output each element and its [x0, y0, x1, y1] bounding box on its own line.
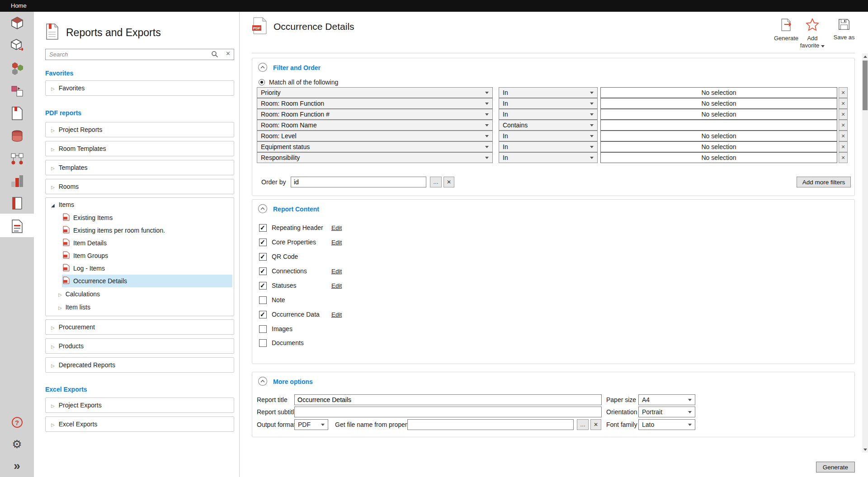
filter-value-text-input[interactable] [600, 120, 837, 131]
generate-button[interactable]: Generate [816, 462, 855, 472]
settings-gear-icon[interactable]: ⚙ [9, 436, 25, 452]
report-title-input[interactable] [294, 394, 602, 405]
remove-filter-button[interactable]: ✕ [839, 131, 848, 141]
filter-operator-dropdown[interactable]: In [499, 152, 598, 163]
scroll-down-icon[interactable] [862, 446, 868, 453]
group-calculations[interactable]: Calculations [46, 287, 234, 300]
report-item-existing-items-per-room-function[interactable]: Existing items per room function. [62, 224, 232, 237]
report-item-existing-items[interactable]: Existing Items [62, 211, 232, 224]
filter-value-field[interactable]: No selection [600, 141, 837, 152]
orientation-dropdown[interactable]: Portrait [638, 407, 695, 417]
connections-checkbox[interactable] [259, 267, 267, 275]
remove-filter-button[interactable]: ✕ [839, 87, 848, 98]
home-menu-item[interactable]: Home [11, 0, 27, 12]
search-input[interactable] [46, 49, 208, 60]
group-project-reports[interactable]: Project Reports [45, 122, 234, 137]
filter-field-dropdown[interactable]: Responsibility [257, 152, 493, 163]
group-products[interactable]: Products [45, 338, 234, 354]
filter-field-dropdown[interactable]: Priority [257, 87, 493, 98]
repeating-header-checkbox[interactable] [259, 224, 267, 232]
database-icon[interactable] [9, 129, 25, 144]
order-by-input[interactable] [291, 177, 426, 187]
expand-arrow-icon[interactable] [51, 361, 55, 369]
remove-filter-button[interactable]: ✕ [839, 141, 848, 152]
filter-field-dropdown[interactable]: Equipment status [257, 141, 493, 152]
filter-field-dropdown[interactable]: Room: Room Name [257, 120, 493, 131]
group-excel-exports[interactable]: Excel Exports [45, 416, 234, 432]
collapse-arrow-icon[interactable] [51, 201, 55, 209]
clear-file-name-button[interactable]: ✕ [590, 419, 601, 430]
expand-arrow-icon[interactable] [51, 420, 55, 428]
filter-field-dropdown[interactable]: Room: Room Function [257, 98, 493, 109]
order-by-picker-button[interactable]: … [430, 177, 442, 187]
scroll-up-icon[interactable] [862, 53, 868, 60]
filter-field-dropdown[interactable]: Room: Room Function # [257, 109, 493, 120]
report-subtitle-input[interactable] [294, 407, 602, 417]
remove-filter-button[interactable]: ✕ [839, 120, 848, 131]
scrollbar[interactable] [862, 53, 868, 453]
catalog-book-icon[interactable] [9, 196, 25, 211]
output-format-dropdown[interactable]: PDF [294, 419, 328, 430]
generate-tool[interactable]: Generate [773, 18, 800, 42]
collapse-section-icon[interactable] [258, 376, 268, 388]
filter-value-field[interactable]: No selection [600, 152, 837, 163]
expand-arrow-icon[interactable] [51, 182, 55, 191]
remove-filter-button[interactable]: ✕ [839, 152, 848, 163]
clear-search-icon[interactable]: ✕ [226, 50, 231, 57]
group-items-header[interactable]: Items [46, 198, 234, 211]
group-rooms[interactable]: Rooms [45, 179, 234, 194]
expand-arrow-icon[interactable] [51, 401, 55, 409]
font-family-dropdown[interactable]: Lato [638, 419, 695, 430]
file-name-picker-button[interactable]: … [577, 419, 589, 430]
filter-value-field[interactable]: No selection [600, 131, 837, 141]
remove-filter-button[interactable]: ✕ [839, 98, 848, 109]
filter-value-field[interactable]: No selection [600, 87, 837, 98]
clear-order-by-button[interactable]: ✕ [443, 177, 454, 187]
qr-code-checkbox[interactable] [259, 253, 267, 261]
expand-arrow-icon[interactable] [51, 126, 55, 134]
edit-link[interactable]: Edit [331, 282, 342, 289]
group-favorites[interactable]: Favorites [45, 80, 234, 96]
report-item-log-items[interactable]: Log - Items [62, 262, 232, 275]
report-item-item-groups[interactable]: Item Groups [62, 249, 232, 262]
help-icon[interactable]: ? [9, 415, 25, 430]
expand-arrow-icon[interactable] [51, 84, 55, 92]
match-all-radio[interactable]: Match all of the following [259, 78, 338, 86]
core-properties-checkbox[interactable] [259, 238, 267, 246]
filter-operator-dropdown[interactable]: Contains [499, 120, 598, 131]
file-name-input[interactable] [407, 419, 574, 430]
add-more-filters-button[interactable]: Add more filters [797, 177, 851, 187]
expand-arrow-icon[interactable] [51, 164, 55, 172]
model-cube-icon[interactable] [9, 15, 25, 31]
edit-link[interactable]: Edit [331, 268, 342, 275]
add-favorite-tool[interactable]: Add favorite [799, 18, 826, 50]
occurrence-data-checkbox[interactable] [259, 311, 267, 318]
filter-value-field[interactable]: No selection [600, 98, 837, 109]
paper-size-dropdown[interactable]: A4 [638, 394, 695, 405]
filter-operator-dropdown[interactable]: In [499, 87, 598, 98]
statuses-checkbox[interactable] [259, 282, 267, 290]
group-item-lists[interactable]: Item lists [46, 300, 234, 313]
linked-boxes-icon[interactable] [9, 84, 25, 99]
group-project-exports[interactable]: Project Exports [45, 398, 234, 413]
report-item-occurrence-details-selected[interactable]: Occurrence Details [62, 275, 232, 287]
group-procurement[interactable]: Procurement [45, 319, 234, 335]
collapse-section-icon[interactable] [258, 62, 268, 74]
block-chart-icon[interactable] [9, 173, 25, 189]
images-checkbox[interactable] [259, 325, 267, 333]
filter-operator-dropdown[interactable]: In [499, 98, 598, 109]
search-icon[interactable] [211, 51, 218, 60]
collapse-section-icon[interactable] [258, 204, 268, 215]
expand-arrow-icon[interactable] [51, 342, 55, 350]
reports-module-icon[interactable] [9, 219, 25, 234]
expand-arrow-icon[interactable] [58, 304, 62, 311]
remove-filter-button[interactable]: ✕ [839, 109, 848, 120]
edit-link[interactable]: Edit [331, 224, 342, 231]
expand-arrow-icon[interactable] [51, 145, 55, 153]
save-as-tool[interactable]: Save as [830, 18, 858, 41]
document-tag-icon[interactable] [9, 106, 25, 121]
filter-field-dropdown[interactable]: Room: Level [257, 131, 493, 141]
edit-link[interactable]: Edit [331, 311, 342, 318]
group-templates[interactable]: Templates [45, 160, 234, 175]
group-room-templates[interactable]: Room Templates [45, 141, 234, 156]
